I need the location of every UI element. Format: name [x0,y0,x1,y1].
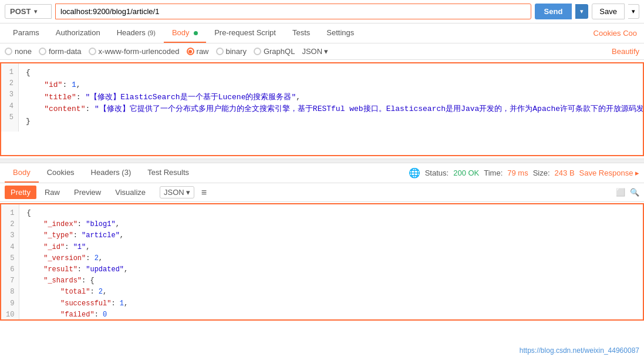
radio-none[interactable]: none [5,47,32,56]
status-value: 200 OK [453,169,479,177]
tab-body[interactable]: Body [164,23,206,43]
tab-settings[interactable]: Settings [318,23,362,43]
tab-headers[interactable]: Headers (9) [109,23,164,43]
response-code: { "_index": "blog1", "_type": "article",… [19,204,135,319]
status-label: Status: [425,169,449,177]
nav-tabs: Params Authorization Headers (9) Body Pr… [0,23,644,43]
search-icon[interactable]: 🔍 [630,188,639,197]
time-label: Time: [484,169,503,177]
tab-tests[interactable]: Tests [284,23,318,43]
request-editor[interactable]: 1 2 3 4 5 { "id": 1, "title": "【修改】Elast… [0,62,644,156]
wrap-icon[interactable]: ≡ [201,187,207,198]
radio-binary-dot [216,48,224,55]
view-preview[interactable]: Preview [68,186,107,199]
view-visualize[interactable]: Visualize [109,186,151,199]
copy-icon[interactable]: ⬜ [616,188,625,197]
response-format-selector[interactable]: JSON ▾ [160,186,194,198]
response-header: Body Cookies Headers (3) Test Results 🌐 … [0,163,644,183]
resp-tab-test-results[interactable]: Test Results [139,163,197,183]
tab-authorization[interactable]: Authorization [48,23,109,43]
response-line-numbers: 1 2 3 4 5 6 7 8 9 10 11 12 13 [1,204,19,319]
tab-prerequest[interactable]: Pre-request Script [206,23,284,43]
json-format-selector[interactable]: JSON ▾ [302,47,328,56]
resp-tab-cookies[interactable]: Cookies [39,163,83,183]
radio-form-data[interactable]: form-data [39,47,82,56]
body-active-dot [194,31,198,35]
radio-none-dot [5,48,12,55]
line-numbers: 1 2 3 4 5 [1,63,19,132]
view-pretty[interactable]: Pretty [5,186,36,199]
view-raw[interactable]: Raw [39,186,66,199]
send-dropdown-button[interactable]: ▾ [575,4,588,19]
globe-icon: 🌐 [409,167,420,178]
method-select[interactable]: POST ▾ [5,4,52,19]
size-label: Size: [533,169,550,177]
url-input[interactable] [55,4,531,19]
top-bar: POST ▾ Send ▾ Save ▾ [0,0,644,23]
radio-graphql-dot [254,48,261,55]
time-value: 79 ms [507,169,528,177]
beautify-button[interactable]: Beautify [612,47,639,56]
response-body: 1 2 3 4 5 6 7 8 9 10 11 12 13 { "_index"… [0,203,644,321]
radio-raw-dot [187,48,194,55]
resp-tab-headers[interactable]: Headers (3) [83,163,140,183]
size-value: 243 B [555,169,575,177]
response-view-tabs: Pretty Raw Preview Visualize JSON ▾ ≡ ⬜ … [0,183,644,202]
radio-urlencoded[interactable]: x-www-form-urlencoded [89,47,180,56]
radio-form-data-dot [39,48,46,55]
radio-graphql[interactable]: GraphQL [254,47,295,56]
save-response-button[interactable]: Save Response ▸ [579,169,639,177]
save-dropdown-button[interactable]: ▾ [628,4,639,19]
response-status: 🌐 Status: 200 OK Time: 79 ms Size: 243 B… [409,164,639,182]
body-type-bar: none form-data x-www-form-urlencoded raw… [0,43,644,60]
method-arrow-icon: ▾ [34,8,37,15]
send-button[interactable]: Send [535,4,572,19]
request-code[interactable]: { "id": 1, "title": "【修改】ElasticSearch是一… [19,63,643,132]
radio-urlencoded-dot [89,48,96,55]
resp-tab-body[interactable]: Body [5,163,39,183]
cookies-link[interactable]: Cookies Coo [591,24,639,42]
save-button[interactable]: Save [592,4,625,19]
tab-params[interactable]: Params [5,23,48,43]
method-value: POST [10,7,31,16]
view-icons-right: ⬜ 🔍 [616,188,639,197]
radio-binary[interactable]: binary [216,47,247,56]
section-divider [0,159,644,163]
radio-raw[interactable]: raw [187,47,209,56]
